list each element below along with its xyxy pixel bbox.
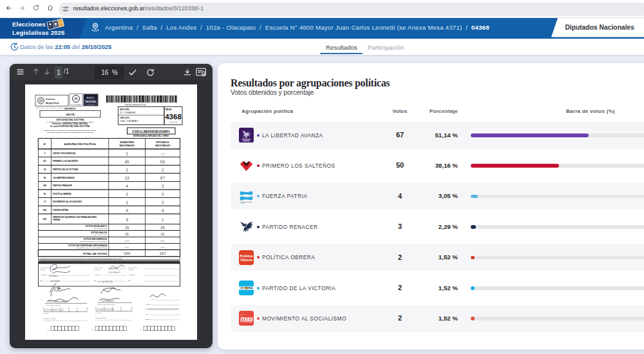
svg-text:N°: 48.362.118: N°: 48.362.118 [98,280,113,283]
svg-text:1: 1 [126,151,128,155]
svg-text:Aclaración:: Aclaración: [94,274,101,275]
svg-text:4368: 4368 [165,113,182,121]
svg-text:3 1 8 2 1 3 0 2 6: 3 1 8 2 1 3 0 2 6 [97,308,113,311]
svg-text:2: 2 [162,192,164,196]
svg-text:50: 50 [160,159,166,164]
svg-text:46165983: 46165983 [50,280,60,282]
svg-text:692: 692 [43,218,46,221]
svg-text:DIPUTADOS: DIPUTADOS [156,141,169,144]
svg-text:C0D1L8B05D0E2O8R1: C0D1L8B05D0E2O8R1 [132,130,170,133]
svg-text:Se expide ESCRUTINIO NACIONAL: Se expide ESCRUTINIO NACIONAL ELECTORAL [50,125,90,128]
svg-text:NACIONALES: NACIONALES [120,144,135,147]
svg-text:Juan Morans: Juan Morans [101,300,114,302]
svg-text:2: 2 [162,200,164,204]
svg-text:13 - LOS ANDES: 13 - LOS ANDES [120,112,135,114]
svg-text:27.: 27. [48,329,50,330]
svg-text:249: 249 [43,184,46,187]
svg-text:de Mesa:: de Mesa: [128,269,134,270]
svg-text:N° de DNI: N° de DNI [43,313,49,314]
svg-text:164: 164 [124,251,131,255]
svg-text:FUERZA PATRIA: FUERZA PATRIA [53,209,69,211]
svg-text:—: — [161,245,165,249]
svg-text:de Mesa:: de Mesa: [94,269,100,270]
svg-text:Correo: Correo [46,97,55,101]
svg-text:Cantidad de sobres:: Cantidad de sobres: [95,317,107,319]
svg-text:9: 9 [126,208,128,213]
svg-text:DNI:: DNI: [94,280,97,281]
svg-text:501: 501 [43,160,46,162]
svg-text:: 782304368XX6701: : 782304368XX6701 [123,104,146,106]
svg-text:2: 2 [162,168,164,172]
svg-text:SALTA: SALTA [66,113,74,116]
svg-text:PARTIDO RENACER: PARTIDO RENACER [53,184,73,187]
svg-text:Firma:: Firma: [151,299,155,300]
svg-text:1: 1 [126,200,128,204]
svg-text:mas: mas [240,315,253,322]
svg-text:DNI:: DNI: [145,308,147,310]
svg-text:(se cuentan y se escrutan en e: (se cuentan y se escrutan en el recuento… [79,241,107,242]
svg-text:Obrera: Obrera [240,258,252,262]
svg-text:Firma Auxiliar: Firma Auxiliar [94,267,103,268]
svg-text:SECCIÓN:: SECCIÓN: [120,108,129,111]
svg-text:Firma Presidente de Mesa: Firma Presidente de Mesa [45,304,61,306]
svg-text:4: 4 [162,208,164,213]
svg-text:27 OCT 2025: 27 OCT 2025 [71,104,81,106]
svg-text:CIRCUITO:: CIRCUITO: [120,117,130,119]
svg-text:DNI:: DNI: [40,280,43,281]
svg-text:DNI:: DNI: [128,280,131,281]
svg-text:54: 54 [44,168,46,171]
svg-text:13: 13 [124,175,129,180]
svg-text:DISTRITO: DISTRITO [64,108,76,110]
svg-text:S.C. Wallace Audd: S.C. Wallace Audd [48,300,67,303]
svg-text:LA SUMA DE LOS VOTOS ES IGUAL: LA SUMA DE LOS VOTOS ES IGUAL EN LAS DOS… [40,258,123,259]
svg-text:Cist Duquen: Cist Duquen [108,271,120,273]
svg-text:Firma Presidente: Firma Presidente [40,267,51,268]
svg-text:de Mesa:: de Mesa: [40,269,46,270]
svg-text:13: 13 [44,201,46,203]
svg-text:UNIDAD: UNIDAD [53,219,61,221]
svg-text:96: 96 [44,177,46,179]
svg-text:640: 640 [43,209,46,211]
svg-text:NACIONALES: NACIONALES [155,144,171,147]
svg-text:N°: N° [43,143,46,146]
svg-text:SENADORES: SENADORES [120,141,135,144]
svg-text:PRIMERO LOS SALTEÑOS: PRIMERO LOS SALTEÑOS [53,159,78,162]
svg-text:92: 92 [44,193,46,195]
svg-text:—: — [160,151,165,155]
svg-text:UNIÓN CÍVICA RADICAL: UNIÓN CÍVICA RADICAL [53,152,76,155]
svg-text:AGRUPACIÓN POLÍTICA: AGRUPACIÓN POLÍTICA [64,143,96,146]
svg-text:PARTIDO DE LA VICTORIA: PARTIDO DE LA VICTORIA [53,168,79,171]
svg-text:MESA:: MESA: [166,108,172,111]
svg-text:FRENTE DE IZQUIERDA Y DE TRABA: FRENTE DE IZQUIERDA Y DE TRABAJADORES - [53,216,98,219]
svg-text:VICTORIA: VICTORIA [240,286,253,290]
svg-text:15: 15 [125,226,129,230]
svg-text:(fuera o dentro del sobre): (fuera o dentro del sobre) [93,234,108,235]
svg-text:4: 4 [126,184,128,188]
svg-text:Simón Bol.: Simón Bol. [108,267,119,270]
svg-text:2: 2 [126,192,128,196]
svg-text:07140/0/25: 07140/0/25 [88,104,95,105]
svg-text:CORREO OFICIAL DE LA REPUBLICA: CORREO OFICIAL DE LA REPUBLICA ARGENTINA… [35,107,67,108]
svg-text:POLÍTICA OBRERA: POLÍTICA OBRERA [53,192,71,195]
svg-text:Argentino: Argentino [46,101,59,104]
svg-text:Aclaración:: Aclaración: [40,274,47,275]
svg-text:N° de DNI: N° de DNI [95,312,101,313]
svg-text:Montalvo: Montalvo [49,275,58,277]
svg-text:25: 25 [160,226,165,230]
svg-text:Aclaración:: Aclaración: [128,274,135,275]
svg-text:45: 45 [124,159,129,164]
svg-text:Asistió:: Asistió: [145,313,149,315]
svg-text:3: 3 [126,217,128,222]
svg-text:LA CARTA QUE ENVÍA AL CORREO O: LA CARTA QUE ENVÍA AL CORREO OFICIAL DE … [47,121,94,123]
svg-text:NACIONAL: NACIONAL [86,101,97,103]
svg-text:1: 1 [162,217,164,222]
svg-text:1: 1 [126,168,128,172]
svg-text:3: 3 [162,184,164,188]
svg-text:(fuera o dentro del sobre): (fuera o dentro del sobre) [93,228,108,229]
svg-text:Política: Política [240,253,254,257]
svg-text:67: 67 [160,175,166,180]
svg-text:TOTAL DE VOTOS: TOTAL DE VOTOS [82,252,107,255]
svg-text:(en el supuesto del art. 91 y: (en el supuesto del art. 91 y 92 del Cód… [76,247,108,248]
svg-text:Firma Auxiliar: Firma Auxiliar [128,267,137,268]
svg-text:102A - OLACAPATO: 102A - OLACAPATO [120,120,139,123]
